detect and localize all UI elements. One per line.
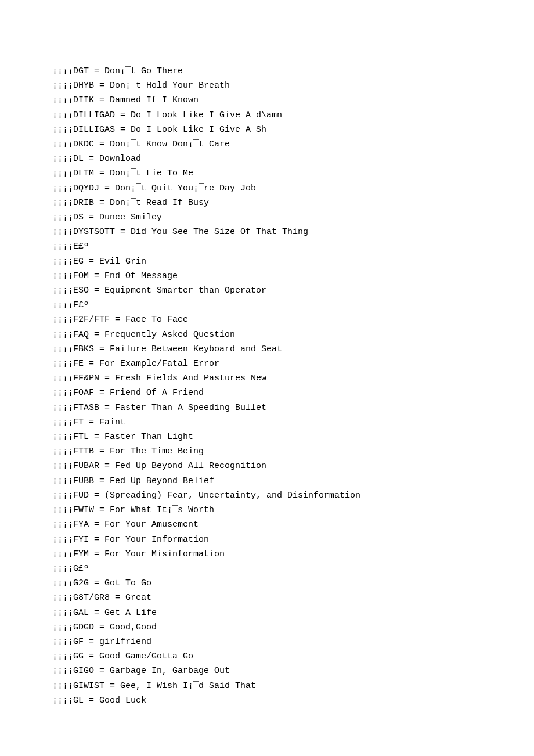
text-line: ¡¡¡¡DLTM = Don¡¯t Lie To Me [52, 166, 534, 181]
text-line: ¡¡¡¡FUD = (Spreading) Fear, Uncertainty,… [52, 488, 534, 503]
text-line: ¡¡¡¡FYM = For Your Misinformation [52, 547, 534, 561]
text-line: ¡¡¡¡FTTB = For The Time Being [52, 444, 534, 459]
text-line: ¡¡¡¡GG = Good Game/Gotta Go [52, 649, 534, 664]
text-line: ¡¡¡¡DRIB = Don¡¯t Read If Busy [52, 196, 534, 210]
text-line: ¡¡¡¡DS = Dunce Smiley [52, 210, 534, 225]
text-line: ¡¡¡¡DQYDJ = Don¡¯t Quit You¡¯re Day Job [52, 181, 534, 196]
text-line: ¡¡¡¡FTASB = Faster Than A Speeding Bulle… [52, 401, 534, 415]
text-line: ¡¡¡¡EG = Evil Grin [52, 254, 534, 269]
text-line: ¡¡¡¡DGT = Don¡¯t Go There [52, 64, 534, 78]
text-line: ¡¡¡¡GL = Good Luck [52, 693, 534, 708]
text-line: ¡¡¡¡F£º [52, 298, 534, 312]
document-page: ¡¡¡¡DGT = Don¡¯t Go There¡¡¡¡DHYB = Don¡… [0, 0, 534, 708]
text-line: ¡¡¡¡E£º [52, 239, 534, 254]
text-line: ¡¡¡¡DIIK = Damned If I Known [52, 93, 534, 107]
text-line: ¡¡¡¡FAQ = Frequently Asked Question [52, 327, 534, 342]
text-body: ¡¡¡¡DGT = Don¡¯t Go There¡¡¡¡DHYB = Don¡… [52, 64, 534, 708]
text-line: ¡¡¡¡FYA = For Your Amusement [52, 517, 534, 532]
text-line: ¡¡¡¡FT = Faint [52, 415, 534, 430]
text-line: ¡¡¡¡GIGO = Garbage In, Garbage Out [52, 664, 534, 678]
text-line: ¡¡¡¡DYSTSOTT = Did You See The Size Of T… [52, 225, 534, 239]
text-line: ¡¡¡¡EOM = End Of Message [52, 269, 534, 283]
text-line: ¡¡¡¡FE = For Example/Fatal Error [52, 357, 534, 371]
text-line: ¡¡¡¡F2F/FTF = Face To Face [52, 312, 534, 327]
text-line: ¡¡¡¡ESO = Equipment Smarter than Operato… [52, 283, 534, 298]
text-line: ¡¡¡¡FUBB = Fed Up Beyond Belief [52, 474, 534, 488]
text-line: ¡¡¡¡DHYB = Don¡¯t Hold Your Breath [52, 78, 534, 93]
text-line: ¡¡¡¡GDGD = Good,Good [52, 620, 534, 635]
text-line: ¡¡¡¡DL = Download [52, 152, 534, 166]
text-line: ¡¡¡¡DILLIGAD = Do I Look Like I Give A d… [52, 108, 534, 123]
text-line: ¡¡¡¡FF&PN = Fresh Fields And Pastures Ne… [52, 371, 534, 386]
text-line: ¡¡¡¡G£º [52, 561, 534, 576]
text-line: ¡¡¡¡FUBAR = Fed Up Beyond All Recognitio… [52, 459, 534, 473]
text-line: ¡¡¡¡GAL = Get A Life [52, 606, 534, 620]
text-line: ¡¡¡¡DKDC = Don¡¯t Know Don¡¯t Care [52, 137, 534, 152]
text-line: ¡¡¡¡FTL = Faster Than Light [52, 430, 534, 444]
text-line: ¡¡¡¡GIWIST = Gee, I Wish I¡¯d Said That [52, 679, 534, 693]
text-line: ¡¡¡¡DILLIGAS = Do I Look Like I Give A S… [52, 123, 534, 137]
text-line: ¡¡¡¡FWIW = For What It¡¯s Worth [52, 503, 534, 517]
text-line: ¡¡¡¡FBKS = Failure Between Keyboard and … [52, 342, 534, 357]
text-line: ¡¡¡¡G2G = Got To Go [52, 576, 534, 591]
text-line: ¡¡¡¡GF = girlfriend [52, 635, 534, 649]
text-line: ¡¡¡¡G8T/GR8 = Great [52, 591, 534, 605]
text-line: ¡¡¡¡FYI = For Your Information [52, 532, 534, 547]
text-line: ¡¡¡¡FOAF = Friend Of A Friend [52, 386, 534, 400]
